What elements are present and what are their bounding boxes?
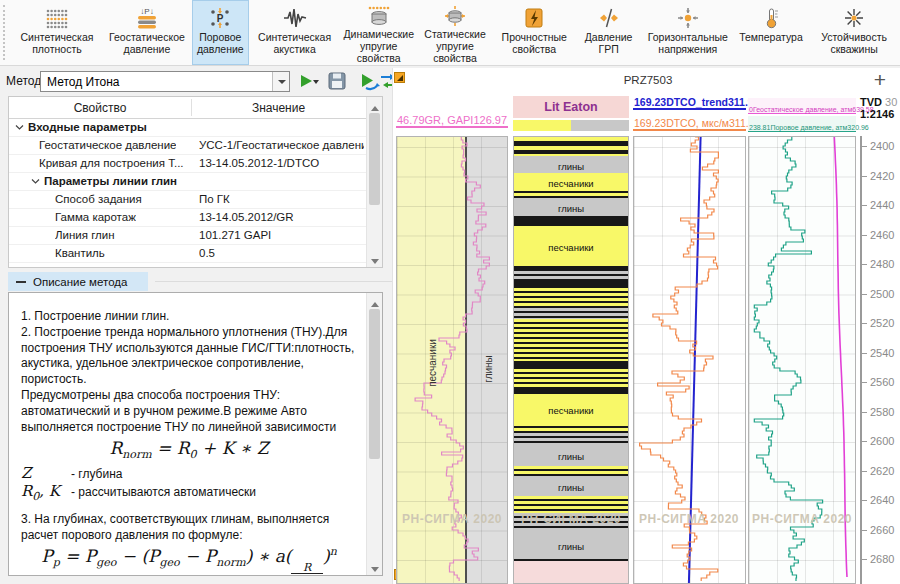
depth-label: 2640 <box>870 494 894 506</box>
scrollbar-thumb[interactable] <box>369 113 380 205</box>
lithology-label: глины <box>514 160 628 171</box>
run-icon[interactable] <box>298 70 320 92</box>
gr-track-header[interactable]: 46.79 GR, GAPI 126.97 <box>396 110 508 128</box>
table-row[interactable]: Способ заданияПо ГК <box>9 191 366 209</box>
depth-label: 2420 <box>870 170 894 182</box>
temperature-icon <box>759 4 783 31</box>
toolbar-item-label: Температура <box>739 31 803 43</box>
scrollbar-thumb[interactable] <box>369 309 380 459</box>
toolbar-item-strength[interactable]: Прочностные свойства <box>493 0 575 65</box>
collapse-icon[interactable] <box>15 121 28 133</box>
chevron-down-icon[interactable] <box>272 72 289 91</box>
collapse-minus-icon <box>16 281 26 283</box>
property-value[interactable]: УСС-1/Геостатическое давление <box>199 139 364 151</box>
lithology-track-header[interactable]: Lit Eaton <box>513 96 629 131</box>
depth-label: 2660 <box>870 524 894 536</box>
table-row[interactable]: Уровень осреднения0.0 <box>9 263 366 267</box>
method-description-toggle[interactable]: Описание метода <box>8 272 148 291</box>
property-name: Гамма каротаж <box>55 211 136 223</box>
add-track-button[interactable]: + <box>874 68 886 92</box>
synthetic-density-icon <box>45 4 69 31</box>
table-row[interactable]: Линия глин101.271 GAPI <box>9 227 366 245</box>
toolbar-item-label: Давление ГРП <box>578 31 639 55</box>
horizontal-stress-icon <box>676 4 700 31</box>
properties-table-header: Свойство Значение <box>9 97 366 119</box>
depth-label: 2460 <box>870 229 894 241</box>
property-name: Линия глин <box>55 229 115 241</box>
symbol-definition: Z- глубина <box>21 464 357 483</box>
depth-tick <box>862 146 867 147</box>
property-value[interactable]: 0.0 <box>199 265 364 267</box>
pore-pressure-icon: P <box>208 4 232 31</box>
toolbar-item-label: Горизонтальные напряжения <box>643 31 733 55</box>
table-row[interactable]: Параметры линии глин <box>9 173 366 191</box>
scroll-down-icon[interactable] <box>367 560 382 575</box>
property-value[interactable]: По ГК <box>199 193 364 205</box>
lithology-label: песчаники <box>514 178 628 189</box>
toolbar-item-static-elastic[interactable]: Статические упругие свойства <box>419 0 491 65</box>
description-paragraph: 2. Построение тренда нормального уплотне… <box>21 325 357 388</box>
toolbar-item-label: Статические упругие свойства <box>420 28 490 64</box>
toolbar-item-synthetic-density[interactable]: Синтетическая плотность <box>12 0 102 65</box>
properties-table: Свойство Значение Входные параметрыГеост… <box>8 96 383 268</box>
table-row[interactable]: Кривая для построения Т...13-14.05.2012-… <box>9 155 366 173</box>
depth-label: 2620 <box>870 465 894 477</box>
depth-label: 2440 <box>870 199 894 211</box>
toolbar-item-geostatic-pressure[interactable]: ↓P↓Геостатическое давление <box>104 0 190 65</box>
scroll-down-icon[interactable] <box>367 252 382 267</box>
toolbar-item-label: Синтетическая плотность <box>13 31 101 55</box>
dtco-min: 169.23 <box>634 117 666 129</box>
toolbar-item-temperature[interactable]: Температура <box>736 0 806 65</box>
geostatic-pressure-icon: ↓P↓ <box>135 4 159 31</box>
strength-icon <box>522 4 546 31</box>
table-scrollbar[interactable] <box>366 97 382 267</box>
depth-tick <box>862 205 867 206</box>
method-label: Метод <box>6 74 41 88</box>
gr-max: 126.97 <box>473 114 507 126</box>
collapse-icon[interactable] <box>31 175 44 187</box>
svg-text:↓P↓: ↓P↓ <box>140 7 153 16</box>
toolbar-item-pore-pressure[interactable]: PПоровое давление <box>192 0 249 65</box>
gr-name: GR, GAPI <box>425 114 474 126</box>
property-value[interactable]: 0.5 <box>199 247 364 259</box>
method-select[interactable]: Метод Итона <box>40 71 290 92</box>
scroll-up-icon[interactable] <box>367 293 382 308</box>
table-row[interactable]: Квантиль0.5 <box>9 245 366 263</box>
lithology-title: Lit Eaton <box>513 96 629 118</box>
dtco-trend-min: 169.23 <box>634 96 666 108</box>
watermark: РН-СИГМА 2020 <box>639 512 739 526</box>
toolbar-item-frac-pressure[interactable]: Давление ГРП <box>577 0 640 65</box>
gr-min: 46.79 <box>397 114 425 126</box>
toolbar-item-synthetic-acoustics[interactable]: Синтетическая акустика <box>251 0 339 65</box>
table-row[interactable]: Геостатическое давлениеУСС-1/Геостатичес… <box>9 137 366 155</box>
property-name: Способ задания <box>55 193 142 205</box>
pore-min: 238.81 <box>749 124 770 131</box>
legend-clay-swatch <box>571 120 629 131</box>
lithology-label: глины <box>514 451 628 462</box>
dtco-track-header[interactable]: 169.23 DTCO_trend 311.91 169.23 DTCO, мк… <box>633 92 746 131</box>
table-row[interactable]: Входные параметры <box>9 119 366 137</box>
property-name: Входные параметры <box>15 121 147 133</box>
description-scrollbar[interactable] <box>366 293 382 575</box>
scroll-up-icon[interactable] <box>367 97 382 112</box>
depth-ruler: 2400242024402460248025002520254025602580… <box>860 136 900 584</box>
depth-label: 2400 <box>870 140 894 152</box>
depth-tick <box>862 412 867 413</box>
pore-max: 320.96 <box>847 124 868 131</box>
method-description-toggle-label: Описание метода <box>33 276 127 288</box>
toolbar-item-wellbore-stability[interactable]: Устойчивость скважины <box>808 0 900 65</box>
property-value[interactable]: 13-14.05.2012-1/DTCO <box>199 157 364 169</box>
description-paragraph: Предусмотрены два способа построения ТНУ… <box>21 388 357 435</box>
table-row[interactable]: Гамма каротаж13-14.05.2012/GR <box>9 209 366 227</box>
toolbar-drag-handle-icon[interactable] <box>3 5 5 60</box>
lithology-label: песчаники <box>514 404 628 415</box>
property-value[interactable]: 13-14.05.2012/GR <box>199 211 364 223</box>
property-value[interactable]: 101.271 GAPI <box>199 229 364 241</box>
pressure-track-header[interactable]: 0 Геостатическое давление, атм 639.58 23… <box>748 98 856 132</box>
application-window: Синтетическая плотность↓P↓Геостатическое… <box>0 0 900 584</box>
toolbar-item-dynamic-elastic[interactable]: Динамические упругие свойства <box>341 0 417 65</box>
toolbar-item-horizontal-stress[interactable]: Горизонтальные напряжения <box>642 0 734 65</box>
depth-tick <box>862 382 867 383</box>
save-icon[interactable] <box>326 70 348 92</box>
run-all-icon[interactable] <box>358 70 380 92</box>
